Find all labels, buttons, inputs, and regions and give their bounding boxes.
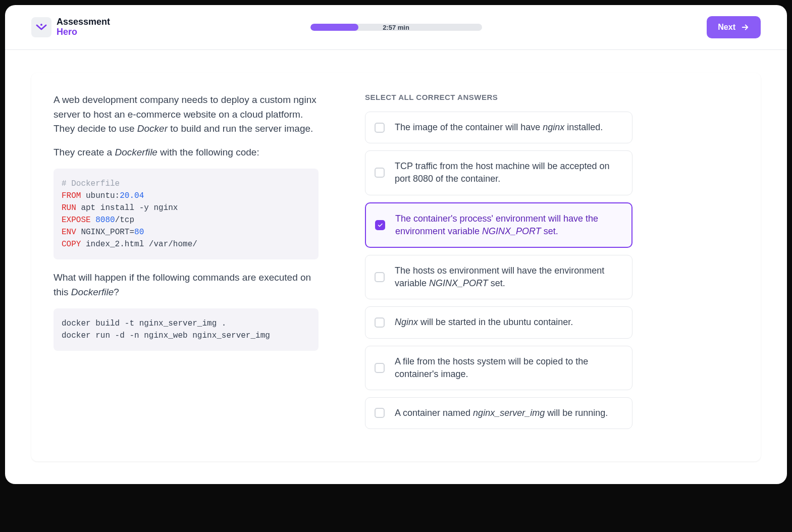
answer-option-6[interactable]: A container named nginx_server_img will … xyxy=(365,397,632,429)
answers-pane: SELECT ALL CORRECT ANSWERS The image of … xyxy=(365,93,632,436)
answer-text: Nginx will be started in the ubuntu cont… xyxy=(395,316,573,329)
brand-line1: Assessment xyxy=(57,17,110,27)
arrow-right-icon xyxy=(741,23,750,32)
logo: Assessment Hero xyxy=(31,17,110,37)
answer-option-2[interactable]: The container's process' environment wil… xyxy=(365,202,632,248)
answer-option-5[interactable]: A file from the hosts system will be cop… xyxy=(365,346,632,390)
progress-bar: 2:57 min xyxy=(310,24,482,31)
svg-point-0 xyxy=(40,24,42,26)
question-pane: A web development company needs to deplo… xyxy=(54,93,319,436)
checkbox-icon xyxy=(375,363,385,373)
checkbox-icon xyxy=(375,220,385,230)
next-button[interactable]: Next xyxy=(707,16,761,38)
logo-text: Assessment Hero xyxy=(57,17,110,37)
answer-text: TCP traffic from the host machine will b… xyxy=(395,160,623,185)
header: Assessment Hero 2:57 min Next xyxy=(5,5,787,50)
answer-option-4[interactable]: Nginx will be started in the ubuntu cont… xyxy=(365,306,632,338)
code-block-commands: docker build -t nginx_server_img . docke… xyxy=(54,308,319,351)
checkbox-icon xyxy=(375,168,385,178)
code-block-dockerfile: # Dockerfile FROM ubuntu:20.04 RUN apt i… xyxy=(54,169,319,259)
question-para-3: What will happen if the following comman… xyxy=(54,271,319,299)
question-card: A web development company needs to deplo… xyxy=(31,73,761,461)
next-button-label: Next xyxy=(718,23,735,32)
answer-option-0[interactable]: The image of the container will have ngi… xyxy=(365,112,632,143)
checkbox-icon xyxy=(375,272,385,282)
answer-option-3[interactable]: The hosts os environment will have the e… xyxy=(365,255,632,299)
answer-text: A file from the hosts system will be cop… xyxy=(395,355,623,381)
answer-text: The image of the container will have ngi… xyxy=(395,121,603,134)
answer-text: The hosts os environment will have the e… xyxy=(395,264,623,290)
answer-text: A container named nginx_server_img will … xyxy=(395,407,608,419)
answer-text: The container's process' environment wil… xyxy=(395,212,622,238)
timer-label: 2:57 min xyxy=(383,24,409,31)
question-para-2: They create a Dockerfile with the follow… xyxy=(54,145,319,160)
answers-header: SELECT ALL CORRECT ANSWERS xyxy=(365,93,632,101)
logo-icon xyxy=(31,17,51,37)
question-para-1: A web development company needs to deplo… xyxy=(54,93,319,136)
answer-option-1[interactable]: TCP traffic from the host machine will b… xyxy=(365,150,632,195)
brand-line2: Hero xyxy=(57,27,110,37)
progress-fill xyxy=(310,24,358,31)
checkbox-icon xyxy=(375,408,385,418)
checkbox-icon xyxy=(375,123,385,133)
checkbox-icon xyxy=(375,317,385,328)
